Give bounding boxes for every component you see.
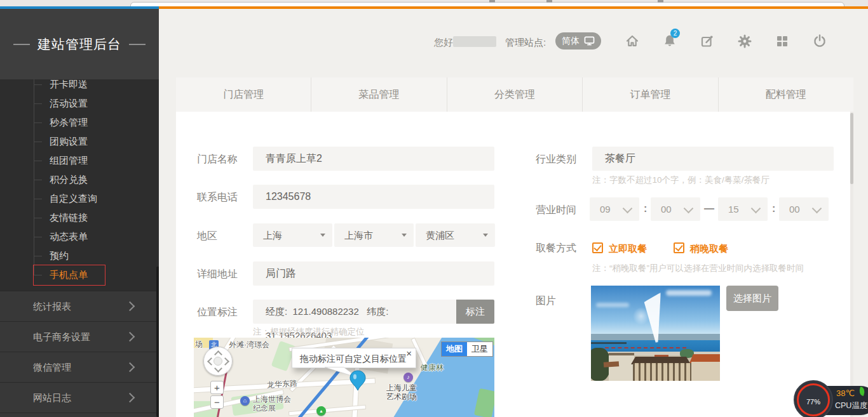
sidebar-item-label: 自定义查询: [50, 193, 97, 204]
phone-label: 联系电话: [197, 191, 238, 204]
store-name-label: 门店名称: [197, 153, 238, 166]
home-icon[interactable]: [625, 34, 640, 49]
pickup-now-checkbox[interactable]: [592, 242, 603, 253]
pickup-later-checkbox[interactable]: [674, 242, 684, 253]
sidebar-title-text: 建站管理后台: [37, 36, 121, 53]
tab-order-management[interactable]: 订单管理: [583, 77, 718, 112]
language-pill-button[interactable]: 简体: [555, 32, 601, 50]
tab-dish-management[interactable]: 菜品管理: [311, 77, 447, 112]
chevron-down-icon: [751, 204, 761, 214]
pan-right-icon[interactable]: [221, 357, 229, 366]
sidebar-item-activity[interactable]: 活动设置: [0, 94, 159, 113]
industry-input[interactable]: 茶餐厅: [592, 147, 834, 171]
map-type-satellite-button[interactable]: 卫星: [467, 342, 492, 356]
choose-image-button[interactable]: 选择图片: [726, 286, 778, 311]
region-label: 地区: [197, 230, 217, 243]
music-poi-icon[interactable]: ♪: [403, 373, 413, 382]
section-label: 电子商务设置: [33, 331, 90, 342]
province-select[interactable]: 上海: [253, 223, 332, 247]
hours-label: 营业时间: [536, 204, 576, 217]
map-pan-control[interactable]: [203, 347, 233, 376]
store-form-panel: 门店名称 青青原上草2 联系电话 12345678 地区 上海 上海市 黄浦区 …: [176, 112, 850, 417]
close-minute-select[interactable]: 00: [779, 197, 829, 221]
browser-address-bar[interactable]: [130, 2, 844, 6]
pan-down-icon[interactable]: [214, 364, 222, 373]
settings-gear-icon[interactable]: [737, 34, 752, 49]
power-icon[interactable]: [812, 34, 827, 49]
tab-ingredient-management[interactable]: 配料管理: [719, 77, 853, 112]
industry-label: 行业类别: [536, 153, 576, 166]
pickup-now-label[interactable]: 立即取餐: [609, 243, 647, 255]
city-select[interactable]: 上海市: [334, 223, 414, 247]
store-name-input[interactable]: 青青原上草2: [253, 147, 494, 171]
tree-tick: [34, 218, 42, 218]
sidebar-item-seckill[interactable]: 秒杀管理: [0, 113, 159, 132]
location-note: 注：根据经纬度进行精确定位: [253, 326, 365, 338]
sidebar-item-label: 预约: [50, 250, 69, 261]
sidebar-section-sitelog[interactable]: 网站日志: [0, 382, 159, 413]
map[interactable]: 场 外滩·湾璟会 龙华东路 上海世博会 纪念展 上海儿童 艺术剧场 健康林 ⌂ …: [194, 338, 494, 417]
coordinates-field[interactable]: 经度: 121.490882232 纬度: 31.1952626403: [253, 300, 456, 324]
browser-strip: [0, 0, 868, 6]
cpu-percent: 77%: [795, 392, 832, 407]
content-scrollbar[interactable]: [850, 112, 853, 417]
museum-poi-icon[interactable]: ⌂: [240, 396, 250, 406]
apps-grid-icon[interactable]: [775, 34, 790, 49]
sidebar-item-links[interactable]: 友情链接: [0, 208, 159, 227]
active-item-highlight-box: [33, 265, 105, 286]
sidebar-section-wechat[interactable]: 微信管理: [0, 352, 159, 382]
open-minute-value: 00: [661, 204, 672, 215]
sidebar-section-stats[interactable]: 统计报表: [0, 291, 159, 321]
open-hour-value: 09: [600, 204, 611, 215]
open-minute-select[interactable]: 00: [651, 197, 700, 221]
close-hour-select[interactable]: 15: [718, 197, 768, 221]
sidebar-item-forms[interactable]: 动态表单: [0, 227, 159, 246]
zoom-in-button[interactable]: +: [210, 381, 224, 394]
tab-store-management[interactable]: 门店管理: [176, 77, 311, 112]
cpu-usage-gauge[interactable]: 77%: [794, 380, 833, 417]
address-input[interactable]: 局门路: [253, 261, 494, 286]
time-colon: :: [644, 203, 647, 215]
edit-icon[interactable]: [700, 34, 715, 49]
redacted-username: [453, 36, 496, 47]
sidebar-item-booking[interactable]: 预约: [0, 246, 159, 265]
cpu-percent-value: 77: [806, 398, 814, 406]
language-label: 简体: [562, 36, 580, 47]
chevron-down-icon: [623, 204, 633, 214]
city-value: 上海市: [344, 230, 373, 241]
section-label: 微信管理: [33, 362, 71, 373]
sidebar-item-groupmgmt[interactable]: 组团管理: [0, 151, 159, 170]
chevron-down-icon: [812, 204, 822, 214]
phone-input[interactable]: 12345678: [253, 185, 494, 209]
mark-location-button[interactable]: 标注: [456, 300, 494, 324]
pickup-later-label[interactable]: 稍晚取餐: [690, 243, 728, 255]
sidebar-item-label: 组团管理: [50, 155, 88, 166]
sidebar-item-label: 团购设置: [50, 136, 88, 147]
tab-category-management[interactable]: 分类管理: [447, 77, 583, 112]
close-icon[interactable]: ×: [406, 348, 412, 359]
tree-tick: [34, 180, 42, 180]
sidebar-item-customquery[interactable]: 自定义查询: [0, 189, 159, 208]
district-select[interactable]: 黄浦区: [416, 223, 495, 247]
longitude-label: 经度:: [266, 306, 287, 317]
zoom-out-button[interactable]: −: [210, 395, 224, 409]
open-hour-select[interactable]: 09: [590, 197, 639, 221]
sidebar-section-ecommerce[interactable]: 电子商务设置: [0, 321, 159, 352]
map-type-map-button[interactable]: 地图: [442, 342, 467, 356]
time-dash: —: [704, 203, 714, 215]
cpu-percent-unit: %: [814, 398, 820, 406]
title-dash: [129, 44, 146, 45]
tree-tick: [34, 122, 42, 123]
monitor-icon: [584, 36, 595, 46]
sidebar-item-groupbuy[interactable]: 团购设置: [0, 132, 159, 151]
map-label-theater: 上海儿童: [386, 383, 417, 392]
park-poi-icon[interactable]: ▲: [316, 406, 326, 416]
greeting-text: 您好: [434, 37, 453, 49]
photo-building: [609, 353, 634, 381]
sidebar-scrollbar[interactable]: [156, 267, 159, 417]
photo-jetty: [591, 342, 627, 344]
content-scrollbar-thumb[interactable]: [850, 113, 853, 184]
tree-tick: [34, 256, 42, 256]
sidebar-item-label: 开卡即送: [50, 79, 88, 89]
sidebar-item-points[interactable]: 积分兑换: [0, 170, 159, 189]
